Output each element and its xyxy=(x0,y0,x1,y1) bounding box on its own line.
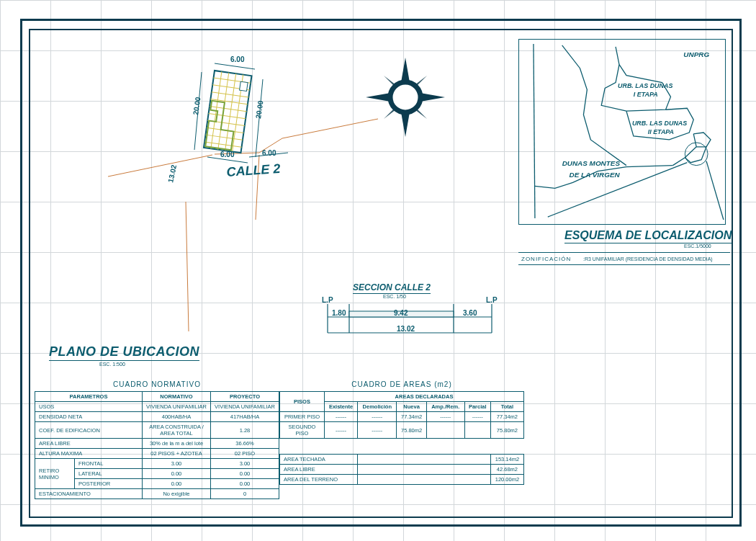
sec-total: 13.02 xyxy=(397,325,415,333)
title-localizacion: ESQUEMA DE LOCALIZACION xyxy=(564,229,732,242)
dim-left: 20.00 xyxy=(192,97,202,116)
cuadro-areas: CUADRO DE AREAS (m2) PISOS AREAS DECLARA… xyxy=(279,377,524,485)
cn-row-param: AREA LIBRE xyxy=(35,439,143,449)
cn-row-param: USOS xyxy=(35,402,143,412)
zon-label: ZONIFICACIÓN xyxy=(518,256,583,262)
ca-title: CUADRO DE AREAS (m2) xyxy=(279,377,524,391)
locator-label-m2: DE LA VIRGEN xyxy=(570,171,621,179)
street-label: CALLE 2 xyxy=(226,161,281,179)
cn-estac: ESTACIONAMIENTO xyxy=(35,489,143,499)
dim-top: 6.00 xyxy=(230,55,245,63)
cn-h-proy: PROYECTO xyxy=(211,392,279,402)
dim-br: 6.00 xyxy=(262,149,276,157)
sec-left: 1.80 xyxy=(332,309,346,317)
title-ubicacion-esc: ESC. 1:500 xyxy=(99,362,125,367)
cn-row-param: DENSIDAD NETA xyxy=(35,412,143,422)
svg-text:L.P: L.P xyxy=(322,296,333,304)
svg-text:L.P: L.P xyxy=(486,296,498,304)
svg-line-16 xyxy=(209,113,246,118)
locator-label-unprg: UNPRG xyxy=(683,50,709,58)
zonificacion-row: ZONIFICACIÓN :R3 UNIFAMILIAR (RESIDENCIA… xyxy=(518,252,730,265)
cn-h-param: PARAMETROS xyxy=(35,392,143,402)
locator-label-d1b: I ETAPA xyxy=(634,91,658,98)
sec-mid: 9.42 xyxy=(394,309,408,317)
title-localizacion-esc: ESC.1/5000 xyxy=(684,243,711,249)
svg-line-13 xyxy=(212,92,248,97)
locator-label-d1a: URB. LAS DUNAS xyxy=(618,82,672,89)
title-ubicacion: PLANO DE UBICACION xyxy=(49,344,199,359)
section-drawing: L.P L.P 1.80 9.42 3.60 13.02 xyxy=(313,282,500,354)
svg-line-19 xyxy=(205,135,242,140)
cuadro-normativo: CUADRO NORMATIVO PARAMETROS NORMATIVO PR… xyxy=(35,377,279,499)
locator-label-m1: DUNAS MONTES xyxy=(562,159,621,167)
zon-value: :R3 UNIFAMILIAR (RESIDENCIA DE DENSIDAD … xyxy=(583,256,730,261)
dim-street-w: 13.02 xyxy=(166,164,178,183)
dim-right: 20.00 xyxy=(254,100,264,120)
sec-right: 3.60 xyxy=(463,309,477,317)
cn-h-norm: NORMATIVO xyxy=(143,392,211,402)
locator-map: UNPRG URB. LAS DUNAS I ETAPA URB. LAS DU… xyxy=(518,39,726,225)
svg-rect-25 xyxy=(240,81,248,91)
cn-title: CUADRO NORMATIVO xyxy=(35,377,279,391)
cn-row-param: ALTURA MAXIMA xyxy=(35,449,143,459)
dim-bl: 6.00 xyxy=(220,151,235,158)
svg-line-26 xyxy=(215,63,255,69)
locator-label-d2b: II ETAPA xyxy=(648,128,674,135)
cn-row-param: COEF. DE EDIFICACION xyxy=(35,422,143,439)
locator-label-d2a: URB. LAS DUNAS xyxy=(632,120,687,127)
